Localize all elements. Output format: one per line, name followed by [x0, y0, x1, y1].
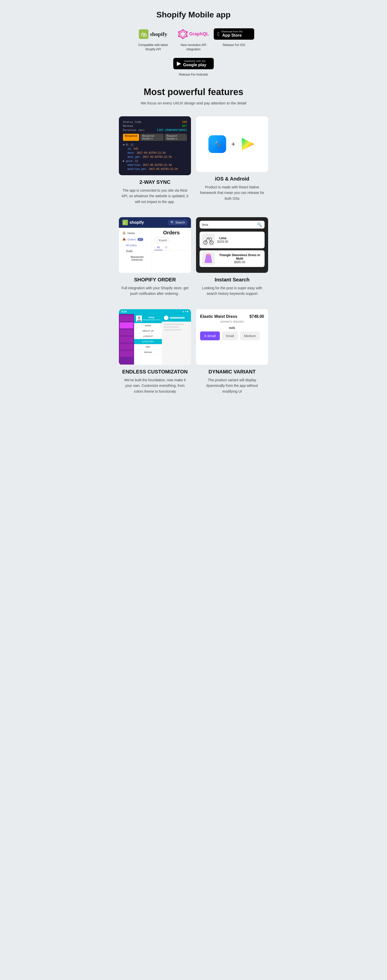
header-section: Shopify Mobile app 🛍 shopify Compatible … — [114, 0, 273, 87]
export-button[interactable]: ↑ Export — [154, 238, 169, 243]
export-label: Export — [159, 239, 167, 242]
variant-xsmall[interactable]: X-Small — [200, 331, 220, 340]
custom-mockup: 9:24 ▲ ● ■ — [119, 309, 191, 365]
home-menu-item[interactable]: 🏠 Home — [119, 230, 151, 236]
shopify-order-desc: Full integration with your Shopify store… — [119, 285, 191, 297]
custom-inner: Dang dang@inspire.com SHOP ABOUT US LOGO… — [119, 314, 191, 364]
variant-medium[interactable]: Medium — [240, 331, 260, 340]
search-mockup: lima 🔍 — [196, 217, 268, 273]
features-subtitle: We focus on every UI/UX design and pay a… — [119, 100, 268, 106]
variant-top: Elastic Waist Dress $748.00 — [200, 314, 264, 319]
feature-card-shopify-order: S shopify 🔍 Search — [119, 217, 191, 297]
variant-mockup: Elastic Waist Dress $748.00 women's dres… — [196, 309, 268, 365]
shopify-logo-item: 🛍 shopify Compatible with latest Shopify… — [135, 27, 171, 52]
menu-shop[interactable]: SHOP — [134, 323, 162, 328]
googleplay-badge-text: ANDROID APP ON Google play — [183, 60, 206, 67]
orders-icon: 📥 — [123, 238, 126, 241]
ios-android-desc: Product is made with React Native framew… — [196, 184, 268, 201]
user-avatar — [136, 315, 142, 321]
variant-size-label: SIZE — [200, 326, 264, 329]
response-headers-tab[interactable]: Response Headers — [140, 134, 164, 141]
variant-options: X-Small Small Medium — [200, 331, 264, 340]
svg-text:🔨: 🔨 — [214, 141, 221, 148]
search-bar[interactable]: lima 🔍 — [199, 221, 264, 229]
content-line-2 — [164, 326, 179, 328]
search-icon: 🔍 — [170, 221, 174, 224]
googleplay-small-text: ANDROID APP ON — [183, 60, 206, 62]
appstore-badge[interactable]:  Download from the App Store — [214, 27, 254, 41]
home-label: Home — [127, 232, 135, 235]
two-way-sync-desc: The app is connected to you site via Res… — [119, 188, 191, 205]
shopify-left-menu: 🏠 Home 📥 Orders 27 All orders — [119, 228, 152, 271]
user-name: Dang — [143, 316, 160, 318]
request-headers-tab[interactable]: Request Headers — [165, 134, 187, 141]
plus-sign: + — [231, 140, 235, 148]
drafts-item[interactable]: Drafts — [119, 248, 151, 254]
svg-point-26 — [138, 317, 140, 319]
method-value: GET — [182, 124, 187, 128]
shopify-caption: Compatible with latest Shopify API — [135, 43, 171, 52]
google-play-icon — [240, 137, 256, 152]
svg-rect-25 — [207, 254, 210, 256]
right-text-line — [170, 317, 185, 318]
search-result-2[interactable]: Triangle Sleeveless Dress in Multi $685.… — [199, 250, 264, 267]
product-name-2: Triangle Sleeveless Dress in Multi — [217, 253, 262, 261]
user-email: dang@inspire.com — [143, 318, 160, 321]
orders-label: Orders — [127, 238, 136, 241]
googleplay-big-text: Google play — [183, 62, 206, 67]
shopify-text: shopify — [150, 31, 167, 37]
menu-women[interactable]: Women — [134, 350, 162, 355]
duration-label: Duration (ms) — [123, 129, 145, 132]
ios-android-image: 🔨 + — [196, 116, 268, 172]
menu-logout[interactable]: LOGOUT — [134, 334, 162, 339]
abandoned-checkouts-item[interactable]: Abandoned checkouts — [119, 254, 151, 263]
menu-men[interactable]: Men — [134, 344, 162, 350]
abandoned-label: Abandoned checkouts — [126, 256, 148, 261]
feature-row-2: S shopify 🔍 Search — [119, 217, 268, 297]
variant-product-name: Elastic Waist Dress — [200, 314, 237, 319]
variant-small[interactable]: Small — [222, 331, 238, 340]
all-orders-item[interactable]: All orders — [119, 242, 151, 248]
product-info-2: Triangle Sleeveless Dress in Multi $685.… — [217, 253, 262, 264]
search-input-text: lima — [202, 223, 208, 226]
platform-icons: 🔨 + — [196, 116, 268, 172]
other-tab[interactable]: O... — [162, 245, 172, 250]
shopify-main-panel: Orders ↑ Export All O... — [152, 228, 191, 271]
all-tab[interactable]: All — [154, 245, 162, 250]
response-tab[interactable]: Response — [123, 134, 139, 141]
appstore-caption: Release For iOS — [223, 43, 245, 47]
shopify-search-button[interactable]: 🔍 Search — [168, 220, 188, 225]
product-name-1: Lima — [217, 236, 228, 240]
status-bar: 9:24 ▲ ● ■ — [119, 309, 191, 314]
status-time: 9:24 — [121, 310, 126, 313]
shopify-sidebar: 🏠 Home 📥 Orders 27 All orders — [119, 228, 191, 271]
status-code-value: 200 — [182, 120, 187, 124]
features-title: Most powerful features — [119, 87, 268, 97]
custom-left-panel — [119, 314, 134, 364]
googleplay-caption: Release For Androids — [179, 73, 208, 77]
user-header: Dang dang@inspire.com — [134, 314, 162, 323]
menu-about[interactable]: ABOUT US — [134, 328, 162, 334]
custom-right-panel — [162, 314, 191, 364]
variant-category: women's dresses — [200, 320, 264, 323]
search-result-1[interactable]: Lima $329.00 — [199, 232, 264, 248]
custom-right-header — [162, 314, 191, 321]
custom-center-panel: Dang dang@inspire.com SHOP ABOUT US LOGO… — [134, 314, 162, 364]
svg-marker-24 — [205, 255, 212, 263]
svg-marker-17 — [242, 138, 255, 150]
left-item-2 — [119, 322, 133, 328]
googleplay-badge[interactable]: ▶ ANDROID APP ON Google play — [173, 57, 214, 70]
menu-category[interactable]: CATEGORY — [134, 339, 162, 344]
orders-menu-item[interactable]: 📥 Orders 27 — [119, 236, 151, 242]
variant-image: Elastic Waist Dress $748.00 women's dres… — [196, 309, 268, 365]
appstore-logo-item[interactable]:  Download from the App Store Release Fo… — [216, 27, 252, 47]
appstore-small-text: Download from the — [221, 30, 242, 33]
feature-card-ios-android: 🔨 + — [196, 116, 268, 201]
shopify-order-image: S shopify 🔍 Search — [119, 217, 191, 273]
svg-text:🛍: 🛍 — [141, 31, 147, 38]
feature-card-variant: Elastic Waist Dress $748.00 women's dres… — [196, 309, 268, 394]
customization-title: ENDLESS CUSTOMIZATON — [122, 369, 188, 375]
googleplay-logo-item[interactable]: ▶ ANDROID APP ON Google play Release For… — [176, 57, 211, 77]
method-label: Method — [123, 124, 133, 128]
app-store-icon: 🔨 — [209, 135, 226, 153]
